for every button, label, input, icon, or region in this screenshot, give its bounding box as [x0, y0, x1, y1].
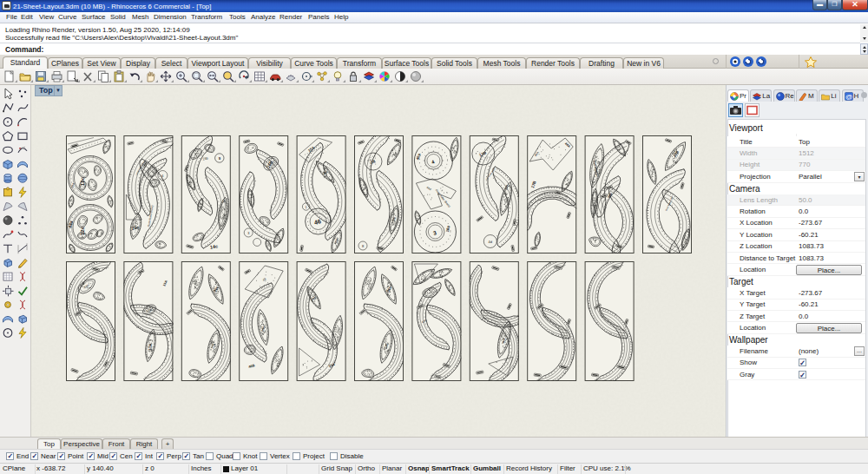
svg-text:6: 6 [161, 174, 163, 178]
svg-text:@: @ [845, 93, 852, 101]
svg-text:3: 3 [247, 232, 249, 235]
svg-text:14: 14 [222, 200, 226, 203]
svg-text:12c: 12c [79, 226, 85, 235]
svg-text:1: 1 [306, 206, 307, 209]
svg-text:14c: 14c [210, 243, 219, 249]
svg-text:4d: 4d [489, 240, 492, 244]
svg-text:13c: 13c [79, 176, 85, 186]
